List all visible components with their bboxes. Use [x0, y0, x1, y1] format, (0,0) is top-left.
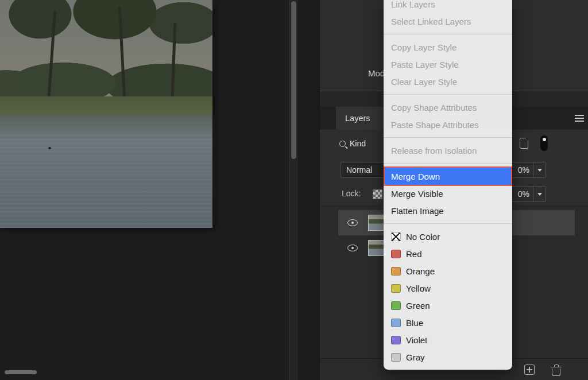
delete-layer-icon[interactable] [552, 369, 560, 376]
menu-item-copy-layer-style: Copy Layer Style [384, 38, 512, 56]
photo-dim-overlay [0, 0, 212, 228]
panel-menu-icon[interactable] [575, 115, 584, 122]
menu-item-release-from-isolation: Release from Isolation [384, 142, 512, 159]
menu-item-label: Green [406, 301, 430, 311]
opacity-value: 0% [510, 162, 533, 177]
menu-item-label: Yellow [406, 284, 431, 293]
document-image[interactable] [0, 0, 212, 228]
menu-item-merge-down[interactable]: Merge Down [384, 168, 512, 185]
filter-toggle-switch[interactable] [540, 135, 548, 151]
visibility-eye-icon[interactable] [347, 245, 358, 251]
canvas-area [0, 0, 289, 380]
menu-item-paste-layer-style: Paste Layer Style [384, 56, 512, 73]
menu-item-blue[interactable]: Blue [384, 314, 512, 331]
menu-item-label: Gray [406, 352, 425, 362]
menu-divider [384, 223, 512, 224]
gray-swatch-icon [391, 353, 401, 362]
orange-swatch-icon [391, 267, 401, 276]
filter-smart-object-icon[interactable] [520, 138, 528, 149]
menu-item-no-color[interactable]: No Color [384, 228, 512, 245]
vertical-scrollbar[interactable] [291, 1, 296, 159]
blue-swatch-icon [391, 319, 401, 327]
filter-kind-dropdown[interactable]: Kind [339, 136, 366, 151]
scrollbar-gutter [289, 0, 298, 380]
lock-label: Lock: [342, 189, 361, 198]
menu-item-copy-shape-attributes: Copy Shape Attributes [384, 99, 512, 116]
fill-value: 0% [510, 187, 533, 201]
yellow-swatch-icon [391, 284, 401, 293]
menu-divider [384, 94, 512, 95]
menu-item-violet[interactable]: Violet [384, 331, 512, 348]
menu-item-red[interactable]: Red [384, 245, 512, 262]
menu-item-label: Red [406, 249, 422, 259]
filter-kind-label: Kind [350, 139, 366, 148]
menu-item-label: Blue [406, 318, 423, 328]
dock-gap-strip [298, 0, 319, 380]
menu-item-link-layers: Link Layers [384, 0, 512, 13]
menu-item-gray[interactable]: Gray [384, 348, 512, 366]
lock-transparency-icon[interactable] [373, 189, 382, 199]
violet-swatch-icon [391, 336, 401, 344]
tab-layers[interactable]: Layers [336, 107, 385, 130]
menu-item-orange[interactable]: Orange [384, 262, 512, 280]
blend-mode-value: Normal [346, 165, 372, 175]
visibility-eye-icon[interactable] [347, 219, 358, 226]
menu-item-yellow[interactable]: Yellow [384, 280, 512, 297]
no-color-swatch-icon [391, 232, 401, 241]
tab-layers-label: Layers [345, 114, 370, 123]
red-swatch-icon [391, 250, 401, 258]
fill-control[interactable]: 0% [509, 186, 546, 202]
menu-divider [384, 34, 512, 34]
menu-item-label: Orange [406, 266, 435, 276]
chevron-down-icon[interactable] [533, 162, 546, 177]
menu-divider [384, 163, 512, 164]
menu-divider [384, 137, 512, 138]
menu-item-flatten-image[interactable]: Flatten Image [384, 202, 512, 219]
chevron-down-icon[interactable] [533, 187, 546, 201]
menu-item-clear-layer-style: Clear Layer Style [384, 73, 512, 90]
horizontal-scrollbar[interactable] [5, 370, 37, 374]
menu-item-paste-shape-attributes: Paste Shape Attributes [384, 116, 512, 133]
menu-item-green[interactable]: Green [384, 297, 512, 314]
menu-item-merge-visible[interactable]: Merge Visible [384, 185, 512, 202]
layers-context-menu: Link Layers Select Linked Layers Copy La… [384, 0, 512, 370]
search-icon [339, 141, 346, 147]
opacity-control[interactable]: 0% [509, 162, 546, 178]
new-layer-icon[interactable] [524, 365, 535, 375]
menu-item-label: Violet [406, 335, 427, 345]
green-swatch-icon [391, 301, 401, 310]
menu-item-label: No Color [406, 232, 440, 242]
menu-item-select-linked-layers: Select Linked Layers [384, 13, 512, 30]
mode-label: Mod [368, 68, 385, 78]
photoshop-workspace: Mod Layers Kind Normal [0, 0, 588, 380]
